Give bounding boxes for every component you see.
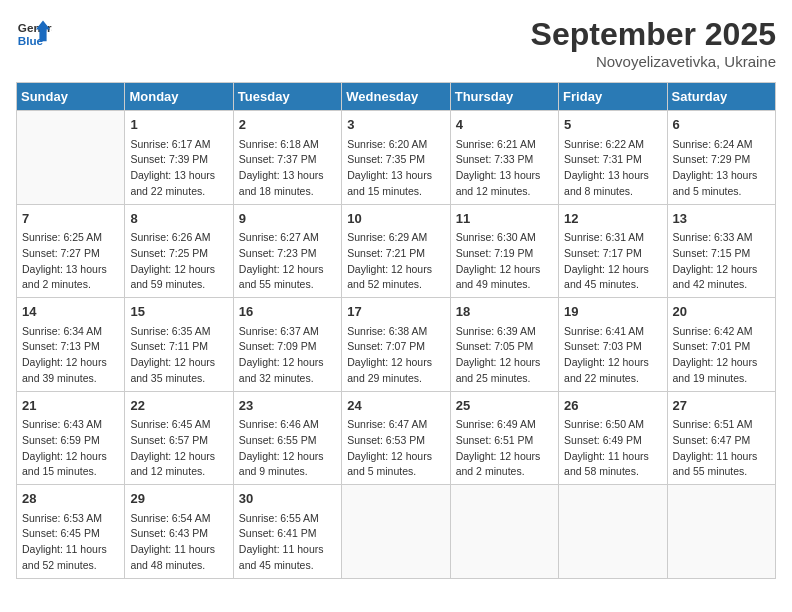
calendar-cell: 28Sunrise: 6:53 AMSunset: 6:45 PMDayligh… [17,485,125,579]
location: Novoyelizavetivka, Ukraine [531,53,776,70]
calendar-cell: 5Sunrise: 6:22 AMSunset: 7:31 PMDaylight… [559,111,667,205]
day-number: 6 [673,115,770,135]
calendar-cell: 18Sunrise: 6:39 AMSunset: 7:05 PMDayligh… [450,298,558,392]
calendar-cell: 20Sunrise: 6:42 AMSunset: 7:01 PMDayligh… [667,298,775,392]
day-number: 12 [564,209,661,229]
day-number: 18 [456,302,553,322]
day-info: Sunrise: 6:22 AMSunset: 7:31 PMDaylight:… [564,137,661,200]
day-number: 19 [564,302,661,322]
calendar-table: SundayMondayTuesdayWednesdayThursdayFrid… [16,82,776,579]
calendar-cell: 29Sunrise: 6:54 AMSunset: 6:43 PMDayligh… [125,485,233,579]
title-block: September 2025 Novoyelizavetivka, Ukrain… [531,16,776,70]
calendar-week-row: 14Sunrise: 6:34 AMSunset: 7:13 PMDayligh… [17,298,776,392]
calendar-week-row: 21Sunrise: 6:43 AMSunset: 6:59 PMDayligh… [17,391,776,485]
day-number: 2 [239,115,336,135]
calendar-cell: 2Sunrise: 6:18 AMSunset: 7:37 PMDaylight… [233,111,341,205]
calendar-cell [17,111,125,205]
calendar-cell: 21Sunrise: 6:43 AMSunset: 6:59 PMDayligh… [17,391,125,485]
day-info: Sunrise: 6:53 AMSunset: 6:45 PMDaylight:… [22,511,119,574]
calendar-cell [450,485,558,579]
day-of-week-header: Monday [125,83,233,111]
calendar-cell: 12Sunrise: 6:31 AMSunset: 7:17 PMDayligh… [559,204,667,298]
day-of-week-header: Friday [559,83,667,111]
calendar-week-row: 28Sunrise: 6:53 AMSunset: 6:45 PMDayligh… [17,485,776,579]
day-info: Sunrise: 6:26 AMSunset: 7:25 PMDaylight:… [130,230,227,293]
calendar-cell [559,485,667,579]
day-number: 10 [347,209,444,229]
day-info: Sunrise: 6:43 AMSunset: 6:59 PMDaylight:… [22,417,119,480]
day-number: 15 [130,302,227,322]
day-of-week-header: Saturday [667,83,775,111]
day-info: Sunrise: 6:35 AMSunset: 7:11 PMDaylight:… [130,324,227,387]
calendar-header-row: SundayMondayTuesdayWednesdayThursdayFrid… [17,83,776,111]
day-info: Sunrise: 6:31 AMSunset: 7:17 PMDaylight:… [564,230,661,293]
calendar-cell: 7Sunrise: 6:25 AMSunset: 7:27 PMDaylight… [17,204,125,298]
day-info: Sunrise: 6:25 AMSunset: 7:27 PMDaylight:… [22,230,119,293]
calendar-cell: 6Sunrise: 6:24 AMSunset: 7:29 PMDaylight… [667,111,775,205]
day-info: Sunrise: 6:47 AMSunset: 6:53 PMDaylight:… [347,417,444,480]
day-info: Sunrise: 6:30 AMSunset: 7:19 PMDaylight:… [456,230,553,293]
calendar-cell: 27Sunrise: 6:51 AMSunset: 6:47 PMDayligh… [667,391,775,485]
day-info: Sunrise: 6:55 AMSunset: 6:41 PMDaylight:… [239,511,336,574]
page-header: General Blue September 2025 Novoyelizave… [16,16,776,70]
calendar-cell: 25Sunrise: 6:49 AMSunset: 6:51 PMDayligh… [450,391,558,485]
day-info: Sunrise: 6:50 AMSunset: 6:49 PMDaylight:… [564,417,661,480]
day-number: 30 [239,489,336,509]
day-number: 3 [347,115,444,135]
day-info: Sunrise: 6:41 AMSunset: 7:03 PMDaylight:… [564,324,661,387]
calendar-cell: 24Sunrise: 6:47 AMSunset: 6:53 PMDayligh… [342,391,450,485]
day-number: 17 [347,302,444,322]
calendar-cell: 8Sunrise: 6:26 AMSunset: 7:25 PMDaylight… [125,204,233,298]
day-number: 21 [22,396,119,416]
calendar-cell: 30Sunrise: 6:55 AMSunset: 6:41 PMDayligh… [233,485,341,579]
calendar-cell: 26Sunrise: 6:50 AMSunset: 6:49 PMDayligh… [559,391,667,485]
day-number: 26 [564,396,661,416]
calendar-cell [342,485,450,579]
day-number: 7 [22,209,119,229]
day-of-week-header: Sunday [17,83,125,111]
day-number: 16 [239,302,336,322]
calendar-cell [667,485,775,579]
day-of-week-header: Thursday [450,83,558,111]
day-number: 25 [456,396,553,416]
day-number: 5 [564,115,661,135]
calendar-week-row: 7Sunrise: 6:25 AMSunset: 7:27 PMDaylight… [17,204,776,298]
day-number: 28 [22,489,119,509]
day-number: 1 [130,115,227,135]
calendar-cell: 19Sunrise: 6:41 AMSunset: 7:03 PMDayligh… [559,298,667,392]
day-info: Sunrise: 6:34 AMSunset: 7:13 PMDaylight:… [22,324,119,387]
calendar-cell: 22Sunrise: 6:45 AMSunset: 6:57 PMDayligh… [125,391,233,485]
day-number: 23 [239,396,336,416]
day-number: 13 [673,209,770,229]
calendar-cell: 13Sunrise: 6:33 AMSunset: 7:15 PMDayligh… [667,204,775,298]
calendar-cell: 11Sunrise: 6:30 AMSunset: 7:19 PMDayligh… [450,204,558,298]
day-number: 9 [239,209,336,229]
day-info: Sunrise: 6:51 AMSunset: 6:47 PMDaylight:… [673,417,770,480]
calendar-cell: 9Sunrise: 6:27 AMSunset: 7:23 PMDaylight… [233,204,341,298]
day-number: 27 [673,396,770,416]
calendar-cell: 3Sunrise: 6:20 AMSunset: 7:35 PMDaylight… [342,111,450,205]
logo-icon: General Blue [16,16,52,52]
day-number: 14 [22,302,119,322]
day-number: 24 [347,396,444,416]
calendar-cell: 15Sunrise: 6:35 AMSunset: 7:11 PMDayligh… [125,298,233,392]
day-number: 11 [456,209,553,229]
day-number: 4 [456,115,553,135]
day-info: Sunrise: 6:38 AMSunset: 7:07 PMDaylight:… [347,324,444,387]
calendar-cell: 10Sunrise: 6:29 AMSunset: 7:21 PMDayligh… [342,204,450,298]
day-info: Sunrise: 6:27 AMSunset: 7:23 PMDaylight:… [239,230,336,293]
day-number: 22 [130,396,227,416]
day-info: Sunrise: 6:18 AMSunset: 7:37 PMDaylight:… [239,137,336,200]
day-number: 20 [673,302,770,322]
day-info: Sunrise: 6:24 AMSunset: 7:29 PMDaylight:… [673,137,770,200]
day-of-week-header: Tuesday [233,83,341,111]
day-of-week-header: Wednesday [342,83,450,111]
calendar-cell: 4Sunrise: 6:21 AMSunset: 7:33 PMDaylight… [450,111,558,205]
day-info: Sunrise: 6:20 AMSunset: 7:35 PMDaylight:… [347,137,444,200]
calendar-cell: 16Sunrise: 6:37 AMSunset: 7:09 PMDayligh… [233,298,341,392]
day-info: Sunrise: 6:42 AMSunset: 7:01 PMDaylight:… [673,324,770,387]
day-info: Sunrise: 6:37 AMSunset: 7:09 PMDaylight:… [239,324,336,387]
calendar-cell: 17Sunrise: 6:38 AMSunset: 7:07 PMDayligh… [342,298,450,392]
day-info: Sunrise: 6:29 AMSunset: 7:21 PMDaylight:… [347,230,444,293]
day-info: Sunrise: 6:54 AMSunset: 6:43 PMDaylight:… [130,511,227,574]
